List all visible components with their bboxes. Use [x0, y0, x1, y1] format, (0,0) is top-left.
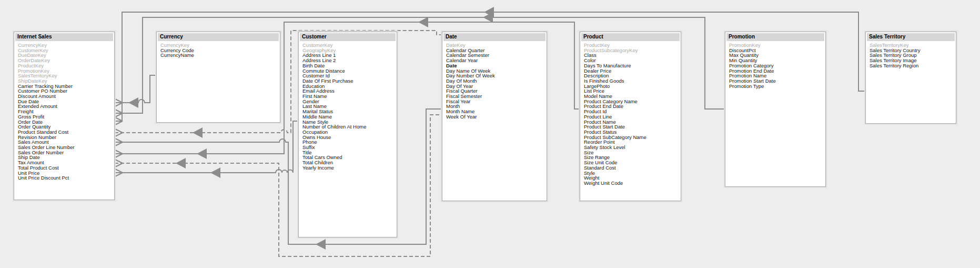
- table-header-internet-sales[interactable]: Internet Sales: [15, 33, 113, 41]
- field-unit-price-discount-pct[interactable]: Unit Price Discount Pct: [18, 175, 111, 181]
- field-sales-territory-region[interactable]: Sales Territory Region: [870, 63, 953, 68]
- table-header-date[interactable]: Date: [443, 33, 545, 41]
- table-field-list: CurrencyKeyCurrency CodeCurrencyName: [158, 41, 279, 58]
- field-yearly-income[interactable]: Yearly Income: [302, 165, 393, 171]
- relationship-arrowhead: [193, 127, 203, 138]
- table-field-list: CustomerKeyGeographyKeyAddress Line 1Add…: [300, 41, 396, 171]
- table-header-sales-territory[interactable]: Sales Territory: [867, 33, 955, 41]
- table-product[interactable]: ProductProductKeyProductSubcategoryKeyCl…: [580, 32, 681, 201]
- table-internet-sales[interactable]: Internet SalesCurrencyKeyCustomerKeyDueD…: [14, 32, 115, 200]
- table-sales-territory[interactable]: Sales TerritorySalesTerritoryKeySales Te…: [865, 32, 956, 124]
- field-calendar-year[interactable]: Calendar Year: [446, 58, 543, 63]
- relationship-arrowhead: [176, 158, 186, 168]
- relationship-arrowhead: [316, 239, 326, 250]
- relationship-arrowhead: [418, 17, 428, 27]
- field-fiscal-year[interactable]: Fiscal Year: [446, 99, 543, 104]
- table-field-list: CurrencyKeyCustomerKeyDueDateKeyOrderDat…: [15, 41, 113, 181]
- field-safety-stock-level[interactable]: Safety Stock Level: [584, 145, 678, 150]
- table-header-customer[interactable]: Customer: [300, 33, 396, 41]
- table-header-product[interactable]: Product: [581, 33, 680, 41]
- relationship-line-currency[interactable]: [115, 75, 156, 103]
- table-field-list: SalesTerritoryKeySales Territory Country…: [867, 41, 955, 68]
- table-promotion[interactable]: PromotionPromotionKeyDiscountPctMax Quan…: [725, 32, 826, 187]
- relationship-arrowhead: [197, 148, 207, 159]
- field-weight-unit-code[interactable]: Weight Unit Code: [584, 181, 678, 186]
- table-header-promotion[interactable]: Promotion: [726, 33, 824, 41]
- relationship-arrowhead: [210, 167, 220, 178]
- field-productsubcategorykey[interactable]: ProductSubcategoryKey: [584, 48, 678, 53]
- table-field-list: ProductKeyProductSubcategoryKeyClassColo…: [581, 41, 680, 186]
- relationship-line-customer[interactable]: [115, 121, 298, 173]
- field-suffix[interactable]: Suffix: [302, 145, 393, 150]
- field-class[interactable]: Class: [584, 53, 678, 58]
- relationship-arrowhead: [128, 97, 138, 108]
- table-customer[interactable]: CustomerCustomerKeyGeographyKeyAddress L…: [298, 32, 397, 237]
- table-header-currency[interactable]: Currency: [158, 33, 279, 41]
- table-field-list: PromotionKeyDiscountPctMax QuantityMin Q…: [726, 41, 824, 88]
- crow-foot-icon: [115, 99, 123, 176]
- field-currencyname[interactable]: CurrencyName: [160, 53, 277, 58]
- field-week-of-year[interactable]: Week Of Year: [446, 114, 543, 120]
- table-field-list: DateKeyCalendar QuarterCalendar Semester…: [443, 41, 545, 120]
- field-standard-cost[interactable]: Standard Cost: [584, 165, 678, 171]
- field-promotion-type[interactable]: Promotion Type: [729, 84, 822, 89]
- table-currency[interactable]: CurrencyCurrencyKeyCurrency CodeCurrency…: [156, 32, 280, 123]
- diagram-canvas[interactable]: Internet SalesCurrencyKeyCustomerKeyDueD…: [0, 0, 980, 268]
- table-date[interactable]: DateDateKeyCalendar QuarterCalendar Seme…: [442, 32, 547, 201]
- field-phone[interactable]: Phone: [302, 140, 393, 145]
